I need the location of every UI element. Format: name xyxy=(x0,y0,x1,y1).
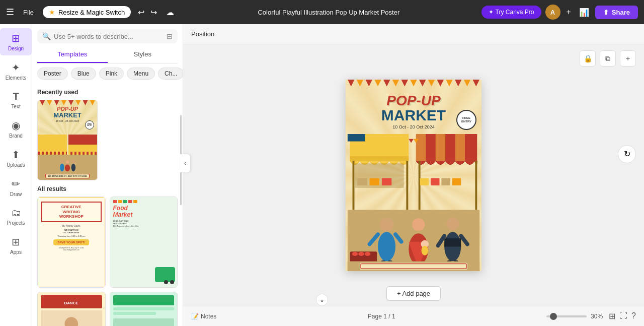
sidebar-item-apps[interactable]: ⊞ Apps xyxy=(0,232,32,259)
page-info: Page 1 / 1 xyxy=(222,313,540,320)
avatar[interactable]: A xyxy=(545,5,560,20)
svg-point-52 xyxy=(365,252,371,256)
sidebar-item-draw-label: Draw xyxy=(10,191,22,197)
chip-blue[interactable]: Blue xyxy=(71,68,96,80)
magic-star-icon: ★ xyxy=(49,8,55,16)
hide-panel-button[interactable]: ‹ xyxy=(180,154,190,172)
menu-icon[interactable]: ☰ xyxy=(6,7,14,18)
sidebar-item-projects[interactable]: 🗂 Projects xyxy=(0,203,32,230)
template-green-generic[interactable] xyxy=(110,292,178,326)
add-page-section: + Add page xyxy=(386,286,441,301)
svg-rect-15 xyxy=(416,134,426,161)
add-element-button[interactable]: + xyxy=(620,50,636,67)
text-icon: T xyxy=(13,91,19,102)
svg-point-32 xyxy=(380,218,393,231)
template-food-market[interactable]: FoodMarket 10-14 JULY 2023 FAUGET PARK 1… xyxy=(110,197,178,288)
all-results-title: All results xyxy=(37,185,178,192)
tab-styles[interactable]: Styles xyxy=(108,46,178,63)
chip-poster[interactable]: Poster xyxy=(37,68,68,80)
zoom-slider[interactable] xyxy=(546,315,587,317)
tab-templates[interactable]: Templates xyxy=(37,46,108,63)
add-collaborator-button[interactable]: + xyxy=(565,6,573,19)
sidebar-item-uploads[interactable]: ⬆ Uploads xyxy=(0,145,32,172)
poster-content: POP-UP MARKET 10 Oct - 20 Oct 2024 FREE … xyxy=(346,80,481,271)
add-page-button[interactable]: + Add page xyxy=(386,286,441,301)
svg-rect-17 xyxy=(455,134,465,161)
canvas-viewport[interactable]: 🔒 ⧉ + ↻ xyxy=(183,44,644,306)
sidebar-item-draw[interactable]: ✏ Draw xyxy=(0,174,32,201)
refresh-button[interactable]: ↻ xyxy=(618,145,636,163)
undo-button[interactable]: ↩ xyxy=(136,6,146,19)
sidebar-item-design-label: Design xyxy=(8,46,24,51)
grid-view-icon[interactable]: ⊞ xyxy=(609,311,615,321)
help-icon[interactable]: ? xyxy=(631,311,636,321)
topbar: ☰ File ★ Resize & Magic Switch ↩ ↪ ☁ Col… xyxy=(0,0,644,24)
show-pages-button[interactable]: ⌄ xyxy=(316,294,328,306)
share-upload-icon: ⬆ xyxy=(603,9,609,16)
notes-icon: 📝 xyxy=(191,313,199,320)
topbar-right: ✦ Try Canva Pro A + 📊 ⬆ Share xyxy=(481,5,638,20)
notes-label: Notes xyxy=(201,313,216,320)
sidebar-item-apps-label: Apps xyxy=(10,249,22,255)
canvas-float-toolbar: 🔒 ⧉ + xyxy=(580,50,636,67)
analytics-button[interactable]: 📊 xyxy=(577,6,591,19)
brand-icon: ◉ xyxy=(12,119,20,132)
template-creative-writing[interactable]: CREATIVEWRITINGWORKSHOP By Nancy Davis W… xyxy=(37,197,106,288)
free-entry-badge: FREE ENTRY xyxy=(456,110,476,130)
bunting-flag xyxy=(472,80,479,87)
template-popup-market-recent[interactable]: POP-UP MARKET 18 Oct - 26 Oct 2024 FREE … xyxy=(37,100,98,180)
panel-content: Recently used xyxy=(32,84,183,326)
cloud-sync-button[interactable]: ☁ xyxy=(164,6,176,19)
statusbar: 📝 Notes Page 1 / 1 30% ⊞ ⛶ ? xyxy=(183,306,644,326)
try-pro-label: Try Canva Pro xyxy=(496,9,534,16)
try-pro-button[interactable]: ✦ Try Canva Pro xyxy=(481,6,541,19)
sidebar-item-brand[interactable]: ◉ Brand xyxy=(0,115,32,143)
canvas-topbar: Position xyxy=(183,24,644,44)
svg-point-3 xyxy=(66,160,69,164)
filter-icon[interactable]: ⊟ xyxy=(167,32,173,40)
market-illustration xyxy=(346,134,481,271)
fullscreen-icon[interactable]: ⛶ xyxy=(619,311,627,321)
design-icon: ⊞ xyxy=(12,32,20,44)
all-results-grid: CREATIVEWRITINGWORKSHOP By Nancy Davis W… xyxy=(37,197,178,326)
uploads-icon: ⬆ xyxy=(12,149,20,161)
bunting-flag xyxy=(428,80,435,87)
sidebar-item-text[interactable]: T Text xyxy=(0,87,32,113)
file-button[interactable]: File xyxy=(19,7,38,18)
position-label: Position xyxy=(191,30,214,38)
notes-button[interactable]: 📝 Notes xyxy=(191,313,216,320)
search-input[interactable] xyxy=(54,33,164,40)
svg-rect-16 xyxy=(436,134,445,161)
chip-pink[interactable]: Pink xyxy=(99,68,124,80)
sidebar: ⊞ Design ✦ Elements T Text ◉ Brand ⬆ Upl… xyxy=(0,24,32,326)
svg-rect-28 xyxy=(431,178,439,185)
search-bar: 🔍 ⊟ xyxy=(37,29,178,43)
magic-switch-label: Resize & Magic Switch xyxy=(58,9,125,16)
undo-redo-group: ↩ ↪ xyxy=(136,6,159,19)
redo-button[interactable]: ↪ xyxy=(148,6,159,19)
share-button[interactable]: ⬆ Share xyxy=(595,6,638,19)
bunting-flag xyxy=(383,80,390,87)
magic-switch-button[interactable]: ★ Resize & Magic Switch xyxy=(43,6,131,18)
svg-point-4 xyxy=(71,164,76,171)
svg-rect-24 xyxy=(357,178,367,185)
svg-rect-55 xyxy=(361,264,466,269)
svg-point-31 xyxy=(378,232,395,261)
chip-more[interactable]: Ch... xyxy=(158,68,183,80)
bunting-flag xyxy=(401,80,408,87)
chip-menu[interactable]: Menu xyxy=(127,68,155,80)
svg-rect-19 xyxy=(475,161,477,210)
lock-button[interactable]: 🔒 xyxy=(580,50,596,67)
poster[interactable]: POP-UP MARKET 10 Oct - 20 Oct 2024 FREE … xyxy=(346,80,481,271)
copy-button[interactable]: ⧉ xyxy=(600,50,616,67)
sidebar-item-elements[interactable]: ✦ Elements xyxy=(0,57,32,85)
svg-point-51 xyxy=(358,252,364,256)
svg-point-7 xyxy=(64,317,78,326)
canvas-wrapper: Position 🔒 ⧉ + ↻ xyxy=(183,24,644,326)
poster-container: POP-UP MARKET 10 Oct - 20 Oct 2024 FREE … xyxy=(346,80,481,271)
share-label: Share xyxy=(612,9,630,16)
sidebar-item-design[interactable]: ⊞ Design xyxy=(0,28,32,55)
projects-icon: 🗂 xyxy=(11,207,21,219)
template-dance[interactable]: DANCE PERFORMANCE EVENTSAVE THE DATE xyxy=(37,292,106,326)
search-icon: 🔍 xyxy=(42,32,51,40)
